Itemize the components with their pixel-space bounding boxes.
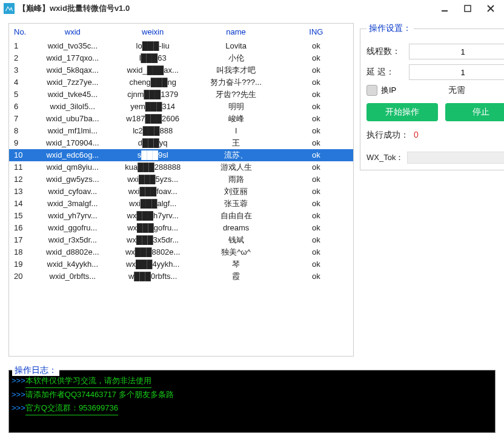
cell-name: 小伦: [193, 52, 279, 64]
table-row[interactable]: 15wxid_yh7yrv...wx███h7yrv...自由自在ok: [9, 210, 353, 222]
cell-no: 12: [9, 173, 33, 186]
table-row[interactable]: 17wxid_r3x5dr...wx███3x5dr...钱斌ok: [9, 234, 353, 246]
settings-legend: 操作设置：: [366, 23, 414, 34]
cell-name: 独美^ω^: [193, 246, 279, 258]
cell-weixin: l███63: [113, 52, 193, 64]
cell-wxid: wxid_qm8yiu...: [33, 161, 113, 173]
cell-weixin: wx███3x5dr...: [113, 234, 193, 246]
table-row[interactable]: 4wxid_7zz7ye...cheng███ng努力奋斗???...ok: [9, 76, 353, 89]
cell-weixin: wxi███algf...: [113, 198, 193, 210]
cell-name: 游戏人生: [193, 161, 279, 173]
cell-no: 16: [9, 222, 33, 234]
wx-tok-label: WX_Tok：: [366, 152, 403, 163]
cell-wxid: wxid_170904...: [33, 137, 113, 149]
cell-name: 张玉蓉: [193, 198, 279, 210]
cell-ing: ok: [279, 161, 353, 173]
cell-weixin: wx███h7yrv...: [113, 210, 193, 222]
log-box[interactable]: >>>本软件仅供学习交流，请勿非法使用 >>>请添加作者QQ374463717 …: [8, 370, 496, 433]
cell-ing: ok: [279, 40, 353, 52]
cell-wxid: wxid_gw5yzs...: [33, 173, 113, 186]
cell-wxid: wxid_tvo35c...: [33, 40, 113, 52]
table-row[interactable]: 9wxid_170904...d███yq王ok: [9, 137, 353, 149]
cell-name: 牙齿??先生: [193, 89, 279, 101]
cell-name: 钱斌: [193, 234, 279, 246]
col-name[interactable]: name: [193, 24, 279, 40]
cell-wxid: wxid_cyfoav...: [33, 186, 113, 198]
cell-wxid: wxid_177qxo...: [33, 52, 113, 64]
delay-input[interactable]: [409, 64, 504, 80]
cell-name: 流苏、: [193, 149, 279, 161]
cell-ing: ok: [279, 149, 353, 161]
table-row[interactable]: 6wxid_3ilol5...yem███314明明ok: [9, 101, 353, 113]
cell-wxid: wxid_ubu7ba...: [33, 113, 113, 125]
stop-button[interactable]: 停止: [445, 103, 504, 121]
log-prompt: >>>: [12, 403, 25, 412]
cell-weixin: wxi███foav...: [113, 186, 193, 198]
cell-name: 叫我李才吧: [193, 64, 279, 76]
col-no[interactable]: No.: [9, 24, 33, 40]
cell-wxid: wxid_3malgf...: [33, 198, 113, 210]
change-ip-checkbox[interactable]: [366, 85, 377, 96]
table-row[interactable]: 14wxid_3malgf...wxi███algf...张玉蓉ok: [9, 198, 353, 210]
cell-name: 王: [193, 137, 279, 149]
cell-ing: ok: [279, 210, 353, 222]
titlebar: 【巅峰】wxid批量转微信号v1.0: [0, 0, 504, 17]
thread-input[interactable]: [409, 44, 504, 59]
table-row[interactable]: 18wxid_d8802e...wx███8802e...独美^ω^ok: [9, 246, 353, 258]
window-controls: [439, 2, 500, 15]
cell-no: 20: [9, 270, 33, 283]
table-row[interactable]: 12wxid_gw5yzs...wxi███5yzs...雨路ok: [9, 173, 353, 186]
thread-label: 线程数：: [366, 46, 409, 57]
cell-ing: ok: [279, 234, 353, 246]
cell-no: 1: [9, 40, 33, 52]
cell-name: 自由自在: [193, 210, 279, 222]
cell-weixin: wx███4yykh...: [113, 258, 193, 270]
table-row[interactable]: 5wxid_tvke45...cjnm███1379牙齿??先生ok: [9, 89, 353, 101]
cell-name: 明明: [193, 101, 279, 113]
table-row[interactable]: 13wxid_cyfoav...wxi███foav...刘亚丽ok: [9, 186, 353, 198]
cell-wxid: wxid_0rbfts...: [33, 270, 113, 283]
success-count: 0: [414, 130, 419, 139]
table-row[interactable]: 7wxid_ubu7ba...w187███2606峻峰ok: [9, 113, 353, 125]
cell-weixin: d███yq: [113, 137, 193, 149]
cell-name: l: [193, 125, 279, 137]
cell-wxid: wxid_3ilol5...: [33, 101, 113, 113]
window-title: 【巅峰】wxid批量转微信号v1.0: [18, 3, 130, 14]
table-row[interactable]: 20wxid_0rbfts...w███0rbfts...霞ok: [9, 270, 353, 283]
table-row[interactable]: 3wxid_5k8qax...wxid_███ax...叫我李才吧ok: [9, 64, 353, 76]
cell-name: 峻峰: [193, 113, 279, 125]
col-weixin[interactable]: weixin: [113, 24, 193, 40]
cell-ing: ok: [279, 258, 353, 270]
table-row[interactable]: 2wxid_177qxo...l███63小伦ok: [9, 52, 353, 64]
cell-weixin: wx███8802e...: [113, 246, 193, 258]
cell-weixin: cjnm███1379: [113, 89, 193, 101]
wx-tok-value: [407, 152, 504, 164]
maximize-button[interactable]: [462, 2, 474, 15]
settings-panel: 操作设置： 线程数： 延 迟： 换IP 无需 开始操作 停止 执行成功： 0: [360, 23, 504, 170]
cell-wxid: wxid_ggofru...: [33, 222, 113, 234]
start-button[interactable]: 开始操作: [366, 103, 438, 121]
delay-label: 延 迟：: [366, 67, 409, 78]
cell-wxid: wxid_r3x5dr...: [33, 234, 113, 246]
cell-weixin: wx███gofru...: [113, 222, 193, 234]
cell-no: 18: [9, 246, 33, 258]
col-wxid[interactable]: wxid: [33, 24, 113, 40]
minimize-button[interactable]: [439, 2, 451, 15]
table-row[interactable]: 11wxid_qm8yiu...kua███288888游戏人生ok: [9, 161, 353, 173]
log-legend: 操作日志：: [12, 365, 59, 376]
data-table[interactable]: No. wxid weixin name ING 1wxid_tvo35c...…: [9, 24, 353, 283]
cell-ing: ok: [279, 64, 353, 76]
table-row[interactable]: 1wxid_tvo35c...lo███-liuLovitaok: [9, 40, 353, 52]
table-row[interactable]: 8wxid_mf1lmi...lc2███888lok: [9, 125, 353, 137]
table-row[interactable]: 19wxid_k4yykh...wx███4yykh...琴ok: [9, 258, 353, 270]
log-prompt: >>>: [12, 390, 25, 399]
table-row[interactable]: 16wxid_ggofru...wx███gofru...dreamsok: [9, 222, 353, 234]
cell-wxid: wxid_k4yykh...: [33, 258, 113, 270]
close-button[interactable]: [485, 2, 497, 15]
col-ing[interactable]: ING: [279, 24, 353, 40]
table-row[interactable]: 10wxid_edc6og...s███9sl流苏、ok: [9, 149, 353, 161]
change-ip-label: 换IP: [381, 85, 396, 96]
cell-weixin: cheng███ng: [113, 76, 193, 89]
cell-ing: ok: [279, 89, 353, 101]
cell-ing: ok: [279, 173, 353, 186]
